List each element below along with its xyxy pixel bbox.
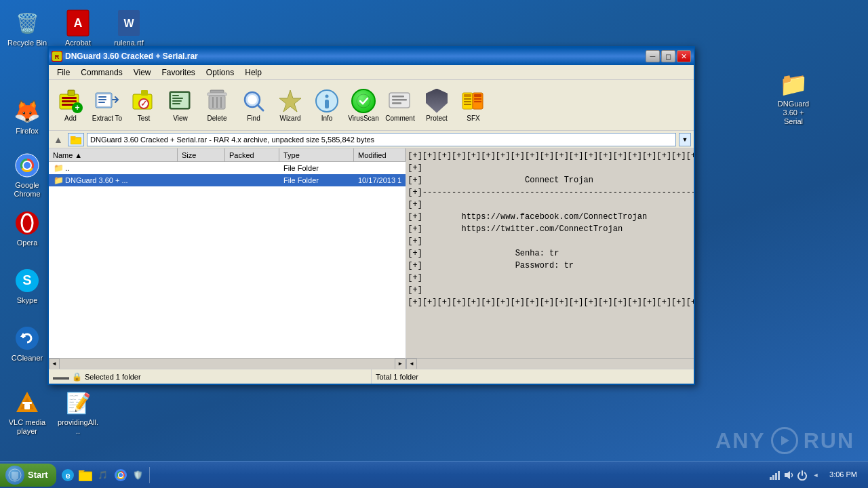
restore-button[interactable]: ◻ <box>661 50 675 62</box>
tray-arrow-icon[interactable]: ◄ <box>810 470 821 481</box>
chrome-quicklaunch[interactable] <box>113 467 129 483</box>
col-modified-header[interactable]: Modified <box>354 148 406 161</box>
quick-launch: e 🎵 🛡️ <box>60 467 150 483</box>
svg-rect-24 <box>62 100 77 102</box>
svg-point-79 <box>119 473 123 477</box>
start-button[interactable]: Start <box>0 464 56 487</box>
winrar-window: R DNGuard 3.60 Cracked + Serial.rar ─ ◻ … <box>47 46 695 385</box>
svg-rect-68 <box>474 98 481 100</box>
svg-rect-62 <box>464 94 471 97</box>
svg-text:e: e <box>65 470 70 481</box>
toolbar-test-button[interactable]: ✓ Test <box>126 83 161 127</box>
svg-point-50 <box>248 95 257 104</box>
svg-rect-69 <box>474 101 481 102</box>
folder-icon: 📁 <box>53 175 64 186</box>
file-size-cell <box>179 167 226 169</box>
folder-quicklaunch[interactable] <box>77 467 94 483</box>
svg-text:+: + <box>75 103 79 113</box>
desktop-icon-google-chrome[interactable]: Google Chrome <box>3 149 51 201</box>
toolbar-delete-button[interactable]: Delete <box>199 83 235 127</box>
svg-rect-18 <box>22 402 32 404</box>
address-bar: ▲ DNGuard 3.60 Cracked + Serial.rar - RA… <box>49 131 694 148</box>
recycle-bin-icon: 🗑️ <box>14 9 41 37</box>
svg-text:A: A <box>74 16 83 30</box>
preview-line: [+] [+] <box>408 235 694 247</box>
comment-label: Comment <box>385 115 414 122</box>
desktop-icon-opera[interactable]: Opera <box>3 207 51 250</box>
col-type-header[interactable]: Type <box>279 148 354 161</box>
desktop-icon-dnguard-label: DNGuard 3.60 + Serial <box>772 100 814 127</box>
toolbar-sfx-button[interactable]: SFX <box>456 83 491 127</box>
ie-quicklaunch[interactable]: e <box>60 467 76 483</box>
close-button[interactable]: ✕ <box>677 50 691 62</box>
preview-line: [+]-------------------------------------… <box>408 186 694 199</box>
menu-view[interactable]: View <box>128 66 157 79</box>
toolbar-view-button[interactable]: View <box>163 83 198 127</box>
table-row[interactable]: 📁 .. File Folder <box>49 162 406 174</box>
desktop-icon-recycle-bin[interactable]: 🗑️ Recycle Bin <box>3 7 51 50</box>
toolbar-find-button[interactable]: Find <box>236 83 271 127</box>
scroll-track[interactable] <box>60 359 395 369</box>
svg-text:✓: ✓ <box>140 99 147 108</box>
desktop-icon-providing-label: providingAll... <box>57 418 99 436</box>
svg-text:S: S <box>22 272 31 287</box>
toolbar-protect-button[interactable]: Protect <box>419 83 454 127</box>
toolbar-comment-button[interactable]: Comment <box>382 83 418 127</box>
tray-volume-icon[interactable] <box>783 470 794 481</box>
toolbar-add-button[interactable]: + Add <box>53 83 88 127</box>
svg-rect-17 <box>24 404 30 409</box>
toolbar-virusscan-button[interactable]: VirusScan <box>346 83 381 127</box>
menu-commands[interactable]: Commands <box>75 66 127 79</box>
system-tray: ◄ 3:06 PM <box>764 470 868 481</box>
preview-hscrollbar[interactable]: ◄ ► <box>406 358 694 369</box>
add-label: Add <box>64 115 77 122</box>
navigate-up-button[interactable]: ▲ <box>52 133 65 146</box>
preview-scroll-left[interactable]: ◄ <box>406 359 417 369</box>
svg-rect-30 <box>98 96 106 98</box>
desktop-icon-skype[interactable]: S Skype <box>3 264 51 308</box>
scroll-left-button[interactable]: ◄ <box>49 359 60 369</box>
col-size-header[interactable]: Size <box>178 148 225 161</box>
desktop-icon-ccleaner[interactable]: CCleaner <box>3 322 51 365</box>
start-label: Start <box>28 470 48 480</box>
table-row[interactable]: 📁 DNGuard 3.60 + ... File Folder 10/17/2… <box>49 174 406 186</box>
address-path[interactable]: DNGuard 3.60 Cracked + Serial.rar - RAR … <box>87 133 676 146</box>
col-name-header[interactable]: Name ▲ <box>49 148 178 161</box>
scroll-right-button[interactable]: ► <box>395 359 406 369</box>
toolbar-info-button[interactable]: Info <box>309 83 344 127</box>
statusbar: ▬▬ 🔒 Selected 1 folder Total 1 folder <box>49 369 694 384</box>
path-icon <box>68 133 84 146</box>
preview-line: [+] Senha: tr [+] <box>408 247 694 260</box>
tray-power-icon[interactable] <box>797 470 808 481</box>
tray-network-icon[interactable] <box>770 470 781 481</box>
menu-file[interactable]: File <box>52 66 75 79</box>
file-list-header: Name ▲ Size Packed Type Modified <box>49 148 406 162</box>
menu-favorites[interactable]: Favorites <box>157 66 201 79</box>
desktop-icon-firefox[interactable]: 🦊 Firefox <box>3 95 51 138</box>
menu-options[interactable]: Options <box>201 66 239 79</box>
toolbar: + Add Extract To <box>49 80 694 131</box>
address-dropdown[interactable]: ▼ <box>679 133 691 146</box>
col-packed-header[interactable]: Packed <box>225 148 279 161</box>
virusscan-label: VirusScan <box>348 115 378 122</box>
svg-rect-64 <box>474 94 481 97</box>
desktop-icon-vlc[interactable]: VLC media player <box>3 386 51 439</box>
menu-help[interactable]: Help <box>239 66 267 79</box>
desktop-icon-providing[interactable]: 📝 providingAll... <box>54 386 102 439</box>
desktop-icon-acrobat[interactable]: A Acrobat <box>54 7 102 50</box>
preview-scroll-track[interactable] <box>417 359 694 369</box>
media-quicklaunch[interactable]: 🎵 <box>95 467 111 483</box>
desktop-icon-word[interactable]: W rulena.rtf <box>105 7 153 50</box>
minimize-button[interactable]: ─ <box>646 50 660 62</box>
file-list-hscrollbar[interactable]: ◄ ► <box>49 358 406 369</box>
security-quicklaunch[interactable]: 🛡️ <box>130 467 146 483</box>
add-icon: + <box>58 89 83 113</box>
preview-line: [+][+][+][+][+][+][+][+][+][+][+][+][+][… <box>408 296 694 308</box>
toolbar-wizard-button[interactable]: Wizard <box>273 83 308 127</box>
file-type-cell: File Folder <box>281 163 355 173</box>
desktop-icon-dnguard[interactable]: 📁 DNGuard 3.60 + Serial <box>770 68 817 129</box>
status-left: ▬▬ 🔒 Selected 1 folder <box>49 369 372 384</box>
protect-icon <box>425 89 449 113</box>
status-left-text: Selected 1 folder <box>85 373 141 381</box>
toolbar-extract-button[interactable]: Extract To <box>90 83 125 127</box>
